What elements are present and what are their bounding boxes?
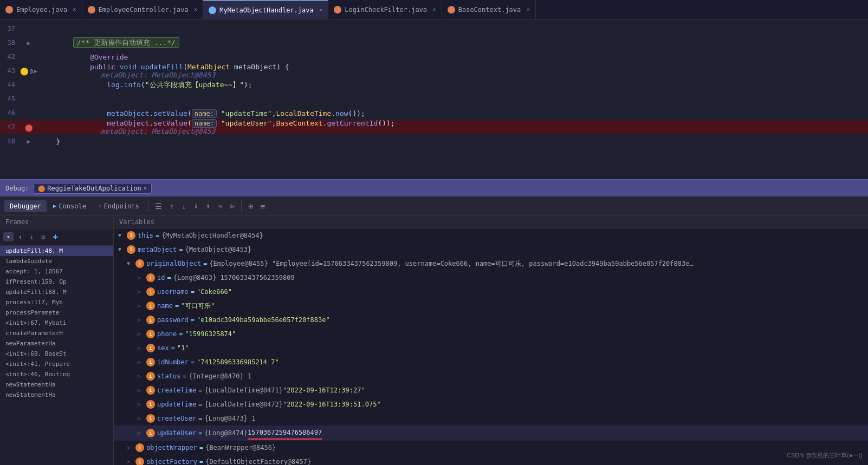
var-this[interactable]: ▼ i this = {MyMetaObjectHandler@8454} bbox=[114, 228, 868, 243]
var-username[interactable]: ▷ i username = "Coke666" bbox=[114, 285, 868, 299]
fold-38[interactable]: ▶ bbox=[27, 40, 31, 47]
expand-sex[interactable]: ▷ bbox=[138, 342, 146, 354]
var-originalobject[interactable]: ▼ i originalObject = {Employee@8455} "Em… bbox=[114, 257, 868, 271]
frame-add-btn[interactable]: + bbox=[50, 231, 61, 243]
frame-item-2[interactable]: accept:-1, 10567 bbox=[0, 266, 113, 277]
frame-item-1[interactable]: lambda$update bbox=[0, 256, 113, 266]
expand-createtime[interactable]: ▷ bbox=[138, 384, 146, 396]
frame-item-8[interactable]: createParameterH bbox=[0, 328, 113, 338]
frame-item-11[interactable]: <init>:41, Prepare bbox=[0, 359, 113, 369]
toolbar-step-icon[interactable]: ↷ bbox=[215, 200, 225, 213]
tab-login-check-filter[interactable]: LoginCheckFilter.java × bbox=[328, 0, 442, 19]
eq-objectwrapper: = bbox=[199, 442, 203, 454]
expand-updatetime[interactable]: ▷ bbox=[138, 398, 146, 410]
frame-item-3[interactable]: ifPresent:159, Op bbox=[0, 277, 113, 287]
toolbar-grid-icon[interactable]: ⊞ bbox=[245, 200, 256, 213]
var-status[interactable]: ▷ i status = {Integer@8470} 1 bbox=[114, 369, 868, 383]
expand-this[interactable]: ▼ bbox=[118, 230, 127, 241]
frame-item-0[interactable]: updateFill:48, M bbox=[0, 246, 113, 256]
frames-panel: Frames ▾ ↑ ↓ ⚙ + updateFill:48, M lambda… bbox=[0, 216, 114, 465]
tab-debugger[interactable]: Debugger bbox=[4, 200, 47, 212]
var-phone[interactable]: ▷ i phone = "15996325874" bbox=[114, 327, 868, 341]
frame-item-5[interactable]: process:117, Myb bbox=[0, 297, 113, 307]
var-updatetime[interactable]: ▷ i updateTime = {LocalDateTime@8472} "2… bbox=[114, 397, 868, 411]
varval-updateuser: 1570367259476586497 bbox=[248, 427, 322, 440]
frame-item-12[interactable]: <init>:46, Routing bbox=[0, 369, 113, 379]
expand-objectfactory[interactable]: ▷ bbox=[127, 456, 135, 465]
code-line-47: 47 ⬤ metaObject.setValue(name: "updateUs… bbox=[0, 120, 868, 134]
var-sex[interactable]: ▷ i sex = "1" bbox=[114, 341, 868, 355]
frame-item-10[interactable]: <init>:69, BaseSt bbox=[0, 349, 113, 359]
frame-item-14[interactable]: newStatementHa bbox=[0, 390, 113, 400]
frame-up-btn[interactable]: ↑ bbox=[16, 232, 25, 242]
tab-label-meta: MyMetaObjectHandler.java bbox=[219, 6, 313, 14]
close-tab-employee[interactable]: × bbox=[73, 6, 76, 13]
expand-originalobject[interactable]: ▼ bbox=[127, 258, 135, 270]
expand-username[interactable]: ▷ bbox=[138, 286, 146, 298]
tab-icon-meta bbox=[209, 6, 216, 14]
var-idnumber[interactable]: ▷ i idNumber = "74125896336985214 7" bbox=[114, 355, 868, 369]
expand-metaobject[interactable]: ▼ bbox=[118, 244, 127, 256]
toolbar-list-icon[interactable]: ☰ bbox=[152, 200, 165, 213]
var-createuser[interactable]: ▷ i createUser = {Long@8473} 1 bbox=[114, 411, 868, 425]
tab-label-login: LoginCheckFilter.java bbox=[345, 6, 427, 14]
breakpoint-47[interactable]: ⬤ bbox=[25, 123, 33, 132]
brace-close: } bbox=[39, 137, 60, 146]
debug-close-btn[interactable]: × bbox=[144, 185, 147, 192]
var-id[interactable]: ▷ i id = {Long@8463} 1570633437562359809 bbox=[114, 271, 868, 285]
expand-createuser[interactable]: ▷ bbox=[138, 412, 146, 424]
var-password[interactable]: ▷ i password = "e10adc3949ba59abbe56e057… bbox=[114, 313, 868, 327]
var-name[interactable]: ▷ i name = "可口可乐" bbox=[114, 299, 868, 313]
frame-item-7[interactable]: <init>:67, Mybati bbox=[0, 318, 113, 328]
var-objectwrapper[interactable]: ▷ i objectWrapper = {BeanWrapper@8456} bbox=[114, 441, 868, 455]
eq-idnumber: = bbox=[191, 356, 195, 368]
tab-base-context[interactable]: BaseContext.java × bbox=[442, 0, 536, 19]
tab-icon-base bbox=[448, 6, 455, 14]
tab-endpoints[interactable]: ⚡ Endpoints bbox=[93, 200, 145, 212]
tab-console[interactable]: ▶ Console bbox=[48, 200, 92, 212]
expand-status[interactable]: ▷ bbox=[138, 370, 146, 382]
toolbar-divider-2 bbox=[241, 201, 242, 212]
tab-employee-controller[interactable]: EmployeeController.java × bbox=[82, 0, 204, 19]
toolbar-up-icon[interactable]: ↑ bbox=[166, 200, 177, 213]
frame-down-btn[interactable]: ↓ bbox=[27, 232, 36, 242]
fold-48[interactable]: ▶ bbox=[27, 138, 31, 145]
frames-dropdown[interactable]: ▾ bbox=[3, 232, 14, 241]
debug-app-tag[interactable]: ⬤ ReggieTakeOutApplication × bbox=[33, 183, 152, 194]
frame-item-6[interactable]: processParamete bbox=[0, 307, 113, 318]
toolbar-down2-icon[interactable]: ⬇ bbox=[191, 200, 202, 213]
var-updateuser[interactable]: ▷ i updateUser = {Long@8474} 15703672594… bbox=[114, 425, 868, 441]
tab-employee-java[interactable]: Employee.java × bbox=[0, 0, 82, 19]
expand-phone[interactable]: ▷ bbox=[138, 328, 146, 340]
tab-bar: Employee.java × EmployeeController.java … bbox=[0, 0, 868, 19]
expand-idnumber[interactable]: ▷ bbox=[138, 356, 146, 368]
close-tab-controller[interactable]: × bbox=[194, 6, 198, 13]
toolbar-up2-icon[interactable]: ⬆ bbox=[203, 200, 213, 213]
toolbar-cursor-icon[interactable]: ⊳ bbox=[227, 200, 238, 213]
varname-metaobject: metaObject bbox=[138, 244, 177, 256]
eq-name: = bbox=[175, 300, 179, 312]
expand-name[interactable]: ▷ bbox=[138, 300, 146, 312]
eq-originalobject: = bbox=[203, 258, 207, 270]
toolbar-down-icon[interactable]: ↓ bbox=[178, 200, 189, 213]
close-tab-meta[interactable]: × bbox=[319, 6, 323, 14]
frame-item-13[interactable]: newStatementHa bbox=[0, 379, 113, 390]
var-metaobject[interactable]: ▼ i metaObject = {MetaObject@8453} bbox=[114, 243, 868, 257]
var-objectfactory[interactable]: ▷ i objectFactory = {DefaultObjectFactor… bbox=[114, 455, 868, 465]
base-ctx: BaseContext bbox=[276, 119, 323, 127]
eq-createuser: = bbox=[198, 412, 202, 424]
close-tab-login[interactable]: × bbox=[432, 6, 436, 13]
eq-objectfactory: = bbox=[199, 456, 203, 465]
frame-item-4[interactable]: updateFill:168, M bbox=[0, 287, 113, 297]
close-tab-base[interactable]: × bbox=[526, 6, 530, 13]
tab-meta-object-handler[interactable]: MyMetaObjectHandler.java × bbox=[203, 0, 328, 19]
frame-item-9[interactable]: newParameterHa bbox=[0, 338, 113, 349]
frame-filter-btn[interactable]: ⚙ bbox=[38, 232, 48, 242]
toolbar-align-icon[interactable]: ≡ bbox=[257, 200, 268, 213]
expand-password[interactable]: ▷ bbox=[138, 314, 146, 326]
expand-objectwrapper[interactable]: ▷ bbox=[127, 442, 135, 454]
expand-updateuser[interactable]: ▷ bbox=[138, 427, 146, 439]
expand-id[interactable]: ▷ bbox=[138, 272, 146, 284]
icon-createuser: i bbox=[146, 414, 155, 423]
var-createtime[interactable]: ▷ i createTime = {LocalDateTime@8471} "2… bbox=[114, 383, 868, 397]
